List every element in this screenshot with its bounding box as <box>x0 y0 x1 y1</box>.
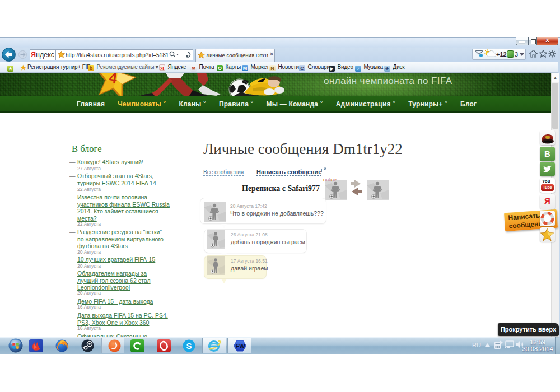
svg-text:FW: FW <box>236 343 246 349</box>
svg-text:S: S <box>186 341 192 351</box>
